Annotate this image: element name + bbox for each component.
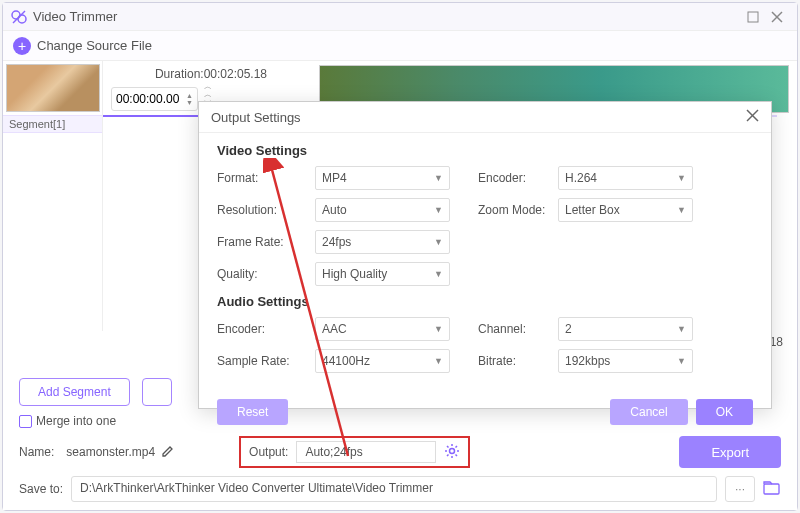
output-value-field[interactable]: Auto;24fps (296, 441, 436, 463)
caret-down-icon: ▼ (434, 237, 443, 247)
app-window: Video Trimmer + Change Source File Segme… (2, 2, 798, 511)
merge-checkbox[interactable]: Merge into one (19, 414, 116, 428)
quality-value: High Quality (322, 267, 387, 281)
svg-point-6 (450, 448, 455, 453)
plus-icon: + (13, 37, 31, 55)
format-label: Format: (217, 171, 315, 185)
reset-button[interactable]: Reset (217, 399, 288, 425)
segment-label[interactable]: Segment[1] (3, 115, 102, 133)
output-settings-dialog: Output Settings Video Settings Format: M… (198, 101, 772, 409)
filename-value: seamonster.mp4 (66, 445, 155, 459)
cancel-button[interactable]: Cancel (610, 399, 687, 425)
titlebar: Video Trimmer (3, 3, 797, 31)
change-source-label: Change Source File (37, 38, 152, 53)
output-label: Output: (249, 445, 288, 459)
frame-rate-label: Frame Rate: (217, 235, 315, 249)
caret-down-icon: ▼ (677, 356, 686, 366)
svg-rect-7 (764, 484, 779, 494)
zoom-mode-value: Letter Box (565, 203, 620, 217)
video-settings-heading: Video Settings (217, 143, 753, 158)
time-spinner[interactable]: ▲▼ (186, 92, 193, 106)
resolution-value: Auto (322, 203, 347, 217)
start-time-field[interactable] (116, 92, 186, 106)
sample-rate-select[interactable]: 44100Hz▼ (315, 349, 450, 373)
minimize-button[interactable] (741, 5, 765, 29)
dialog-header: Output Settings (199, 102, 771, 133)
resolution-label: Resolution: (217, 203, 315, 217)
duration-label: Duration:00:02:05.18 (111, 65, 311, 83)
quality-label: Quality: (217, 267, 315, 281)
output-settings-gear-icon[interactable] (444, 443, 460, 462)
toolbar: + Change Source File (3, 31, 797, 61)
svg-rect-3 (748, 12, 758, 22)
sample-rate-value: 44100Hz (322, 354, 370, 368)
output-highlight-box: Output: Auto;24fps (239, 436, 470, 468)
save-path-field[interactable]: D:\ArkThinker\ArkThinker Video Converter… (71, 476, 717, 502)
caret-down-icon: ▼ (434, 324, 443, 334)
encoder-label: Encoder: (478, 171, 558, 185)
name-label: Name: (19, 445, 54, 459)
start-time-input[interactable]: ▲▼ (111, 87, 198, 111)
dialog-body: Video Settings Format: MP4▼ Encoder: H.2… (199, 133, 771, 391)
encoder-value: H.264 (565, 171, 597, 185)
window-title: Video Trimmer (33, 9, 741, 24)
caret-down-icon: ▼ (677, 205, 686, 215)
save-path-value: D:\ArkThinker\ArkThinker Video Converter… (80, 481, 433, 495)
resolution-select[interactable]: Auto▼ (315, 198, 450, 222)
browse-path-button[interactable]: ··· (725, 476, 755, 502)
zoom-mode-label: Zoom Mode: (478, 203, 558, 217)
bitrate-select[interactable]: 192kbps▼ (558, 349, 693, 373)
audio-encoder-value: AAC (322, 322, 347, 336)
close-button[interactable] (765, 5, 789, 29)
format-select[interactable]: MP4▼ (315, 166, 450, 190)
edit-name-icon[interactable] (161, 444, 175, 461)
segment-thumbnail[interactable] (6, 64, 100, 112)
add-segment-button[interactable]: Add Segment (19, 378, 130, 406)
timeline-sidebar: Segment[1] (3, 61, 103, 331)
caret-down-icon: ▼ (677, 173, 686, 183)
audio-encoder-label: Encoder: (217, 322, 315, 336)
dialog-close-icon[interactable] (746, 108, 759, 126)
encoder-select[interactable]: H.264▼ (558, 166, 693, 190)
merge-label: Merge into one (36, 414, 116, 428)
zoom-mode-select[interactable]: Letter Box▼ (558, 198, 693, 222)
quality-select[interactable]: High Quality▼ (315, 262, 450, 286)
sample-rate-label: Sample Rate: (217, 354, 315, 368)
checkbox-icon (19, 415, 32, 428)
channel-label: Channel: (478, 322, 558, 336)
caret-down-icon: ▼ (434, 205, 443, 215)
channel-value: 2 (565, 322, 572, 336)
caret-down-icon: ▼ (434, 356, 443, 366)
dialog-title: Output Settings (211, 110, 746, 125)
bitrate-label: Bitrate: (478, 354, 558, 368)
app-icon (11, 9, 27, 25)
caret-down-icon: ▼ (434, 269, 443, 279)
format-value: MP4 (322, 171, 347, 185)
export-button[interactable]: Export (679, 436, 781, 468)
frame-rate-select[interactable]: 24fps▼ (315, 230, 450, 254)
caret-down-icon: ▼ (434, 173, 443, 183)
ok-button[interactable]: OK (696, 399, 753, 425)
output-value: Auto;24fps (305, 445, 362, 459)
caret-down-icon: ▼ (677, 324, 686, 334)
open-folder-icon[interactable] (763, 480, 781, 499)
change-source-button[interactable]: + Change Source File (13, 37, 152, 55)
audio-settings-heading: Audio Settings (217, 294, 753, 309)
frame-rate-value: 24fps (322, 235, 351, 249)
audio-encoder-select[interactable]: AAC▼ (315, 317, 450, 341)
channel-select[interactable]: 2▼ (558, 317, 693, 341)
dialog-footer: Reset Cancel OK (199, 391, 771, 433)
segment-extra-button[interactable] (142, 378, 172, 406)
save-to-label: Save to: (19, 482, 63, 496)
bitrate-value: 192kbps (565, 354, 610, 368)
